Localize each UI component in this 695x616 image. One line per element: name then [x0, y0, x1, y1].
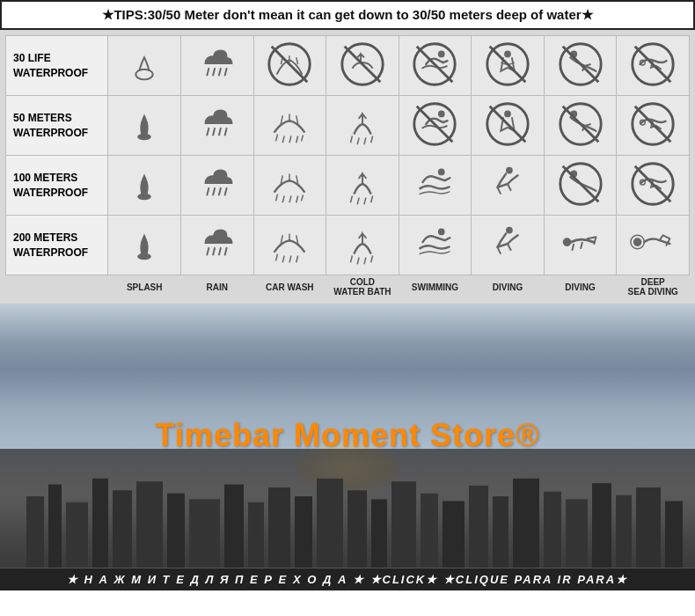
row-label-30: 30 LIFEWATERPROOF — [6, 36, 108, 96]
svg-rect-120 — [513, 479, 539, 568]
icon-deepseadiving-30 — [617, 36, 690, 96]
table-row: 200 METERSWATERPROOF — [6, 216, 690, 275]
svg-point-13 — [438, 50, 445, 57]
svg-line-57 — [224, 187, 226, 194]
svg-rect-109 — [248, 502, 264, 568]
svg-point-95 — [506, 226, 513, 233]
svg-line-61 — [276, 194, 278, 201]
svg-rect-122 — [566, 499, 588, 568]
svg-rect-112 — [317, 479, 343, 568]
svg-line-67 — [357, 197, 359, 204]
bottom-banner[interactable]: ★ Н А Ж М И Т Е Д Л Я П Е Р Е Х О Д А ★ … — [0, 568, 695, 590]
svg-point-16 — [504, 50, 511, 57]
svg-line-93 — [371, 255, 373, 262]
svg-rect-108 — [224, 485, 244, 568]
svg-line-4 — [224, 68, 226, 75]
svg-rect-116 — [421, 494, 438, 568]
top-banner: ★TIPS:30/50 Meter don't mean it can get … — [0, 0, 695, 30]
svg-point-71 — [506, 166, 513, 173]
svg-line-91 — [357, 257, 359, 264]
svg-line-87 — [283, 255, 285, 262]
bottom-banner-text: ★ Н А Ж М И Т Е Д Л Я П Е Р Е Х О Д А ★ … — [67, 573, 628, 586]
svg-line-82 — [224, 247, 226, 254]
svg-rect-103 — [92, 479, 108, 568]
col-label-rain: RAIN — [181, 275, 254, 299]
icon-coldwaterbath-200 — [326, 216, 399, 275]
column-labels-row: SPLASH RAIN CAR WASH COLDWATER BATH SWIM… — [6, 275, 690, 299]
svg-point-78 — [137, 253, 150, 260]
icon-carwash-50 — [253, 96, 326, 156]
svg-line-66 — [350, 195, 352, 202]
col-label-swimming: SWIMMING — [399, 275, 472, 299]
svg-rect-110 — [268, 488, 290, 568]
icon-deepseadiving-100 — [617, 156, 690, 216]
svg-line-62 — [283, 195, 285, 202]
svg-line-3 — [219, 68, 221, 75]
icon-swimming-30 — [399, 36, 472, 96]
waterproof-section: 30 LIFEWATERPROOF — [0, 30, 695, 304]
icon-diving-50 — [472, 96, 545, 156]
svg-line-40 — [371, 136, 373, 143]
svg-rect-124 — [616, 495, 632, 568]
icon-carwash-100 — [253, 156, 326, 216]
svg-line-25 — [207, 128, 208, 135]
col-label-diving2: DIVING — [544, 275, 617, 299]
icon-splash-30 — [108, 36, 181, 96]
svg-rect-125 — [636, 488, 661, 568]
col-label-deepseadiving: DEEPSEA DIVING — [617, 275, 690, 299]
svg-line-80 — [213, 247, 215, 254]
icon-diving2-200 — [544, 216, 617, 275]
row-label-50: 50 METERSWATERPROOF — [6, 96, 108, 156]
svg-rect-118 — [469, 486, 488, 568]
svg-line-9 — [272, 46, 308, 82]
svg-line-8 — [296, 57, 298, 64]
svg-rect-101 — [48, 485, 62, 568]
table-row: 100 METERSWATERPROOF — [6, 156, 690, 216]
svg-line-54 — [207, 187, 208, 194]
svg-rect-126 — [665, 501, 683, 568]
svg-rect-105 — [136, 481, 163, 568]
icon-splash-100 — [108, 156, 181, 216]
svg-line-33 — [283, 136, 285, 143]
icon-swimming-50 — [399, 96, 472, 156]
svg-point-53 — [137, 193, 150, 200]
svg-line-28 — [224, 128, 226, 135]
row-label-100: 100 METERSWATERPROOF — [6, 156, 108, 216]
svg-point-97 — [633, 238, 642, 246]
icon-rain-30 — [181, 36, 254, 96]
svg-line-74 — [562, 165, 598, 202]
svg-rect-121 — [544, 492, 561, 568]
svg-rect-111 — [295, 496, 312, 568]
icon-splash-200 — [108, 216, 181, 275]
svg-line-63 — [289, 195, 291, 202]
row-label-200: 200 METERSWATERPROOF — [6, 216, 108, 275]
svg-point-24 — [137, 133, 150, 140]
svg-rect-106 — [167, 494, 185, 568]
svg-line-56 — [219, 187, 221, 194]
icon-splash-50 — [108, 96, 181, 156]
svg-line-86 — [276, 253, 278, 260]
svg-line-36 — [302, 135, 304, 141]
icon-carwash-30 — [253, 36, 326, 96]
col-label-empty — [6, 275, 108, 299]
icon-coldwaterbath-100 — [326, 156, 399, 216]
waterproof-table: 30 LIFEWATERPROOF — [5, 35, 690, 298]
table-row: 50 METERSWATERPROOF — [6, 96, 690, 156]
svg-line-43 — [417, 106, 453, 142]
svg-line-68 — [364, 197, 366, 204]
svg-rect-102 — [66, 502, 88, 568]
svg-rect-119 — [493, 496, 508, 568]
svg-line-2 — [213, 68, 215, 75]
svg-rect-115 — [391, 481, 416, 568]
svg-line-37 — [350, 136, 352, 143]
city-silhouette — [0, 449, 695, 568]
icon-coldwaterbath-50 — [326, 96, 399, 156]
svg-point-70 — [438, 168, 445, 175]
svg-line-39 — [364, 137, 366, 144]
svg-line-20 — [562, 46, 598, 82]
icon-rain-50 — [181, 96, 254, 156]
svg-line-81 — [219, 247, 221, 254]
icon-rain-200 — [181, 216, 254, 275]
svg-line-38 — [357, 137, 359, 144]
top-banner-text: ★TIPS:30/50 Meter don't mean it can get … — [102, 7, 592, 22]
